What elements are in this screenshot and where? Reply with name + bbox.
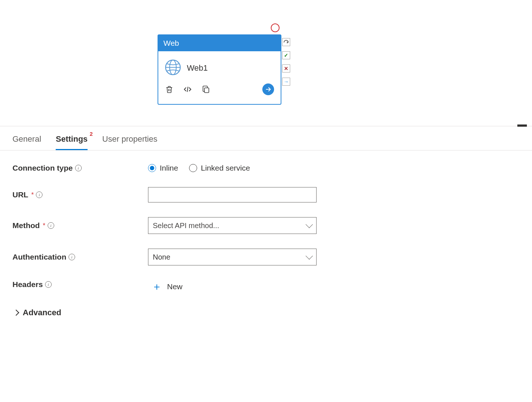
code-icon[interactable] [183,85,192,94]
method-select[interactable]: Select API method... [148,217,317,234]
tabs: General Settings 2 User properties [0,126,532,150]
plus-icon: ＋ [152,282,162,292]
activity-type-header: Web [158,35,281,51]
add-header-button[interactable]: ＋ New [148,280,317,293]
activity-card[interactable]: Web Web1 [158,34,281,105]
chevron-down-icon [306,221,313,228]
connector-skip[interactable]: → [282,78,290,86]
connector-undo[interactable] [282,38,290,46]
connection-type-radio-group: Inline Linked service [148,164,317,172]
chevron-down-icon [306,252,313,260]
svg-rect-6 [204,88,209,93]
activity-name: Web1 [187,63,208,73]
connector-side-boxes: ✓ ✕ → [282,38,290,86]
collapse-handle[interactable] [517,124,527,127]
chevron-right-icon [13,310,19,316]
tab-settings[interactable]: Settings 2 [56,134,88,150]
activity-toolbar [158,81,281,100]
info-icon[interactable]: i [45,281,52,288]
advanced-toggle[interactable]: Advanced [12,308,520,317]
connector-success[interactable]: ✓ [282,51,290,59]
tab-general[interactable]: General [12,134,41,150]
url-input[interactable] [148,187,317,202]
info-icon[interactable]: i [48,222,54,229]
canvas-area[interactable]: Web Web1 [0,0,532,126]
label-authentication: Authentication i [12,253,148,261]
tab-user-properties[interactable]: User properties [102,134,157,150]
validation-indicator [271,23,280,32]
row-headers: Headers i ＋ New [12,280,520,293]
row-url: URL * i [12,187,520,202]
label-url: URL * i [12,190,148,199]
execute-icon[interactable] [262,83,274,95]
radio-inline[interactable]: Inline [148,164,178,172]
label-connection-type: Connection type i [12,164,148,172]
activity-type-label: Web [163,39,179,47]
copy-icon[interactable] [202,85,210,94]
info-icon[interactable]: i [36,191,43,198]
tab-settings-badge: 2 [90,131,93,137]
svg-line-5 [187,87,188,92]
label-headers: Headers i [12,280,148,289]
row-method: Method * i Select API method... [12,217,520,234]
delete-icon[interactable] [165,85,174,94]
globe-icon [165,59,181,77]
label-method: Method * i [12,221,148,230]
info-icon[interactable]: i [75,165,82,171]
settings-form: Connection type i Inline Linked service … [0,150,532,331]
required-marker: * [31,191,34,199]
activity-body: Web1 [158,51,281,81]
row-authentication: Authentication i None [12,249,520,265]
row-connection-type: Connection type i Inline Linked service [12,164,520,172]
required-marker: * [43,222,45,230]
authentication-select[interactable]: None [148,249,317,265]
radio-linked-service[interactable]: Linked service [189,164,250,172]
info-icon[interactable]: i [69,254,75,260]
connector-failure[interactable]: ✕ [282,64,290,72]
tab-settings-label: Settings [56,134,88,144]
